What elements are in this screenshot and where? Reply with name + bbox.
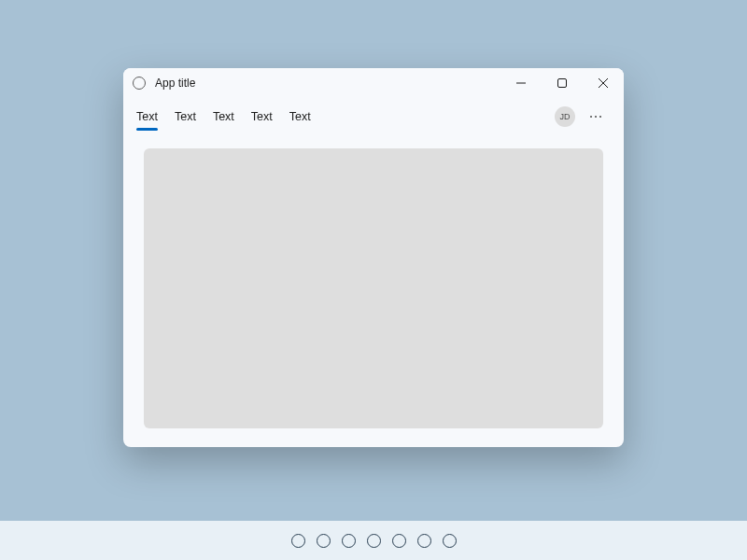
app-title: App title bbox=[155, 77, 500, 90]
titlebar: App title bbox=[123, 68, 624, 98]
taskbar-item-3[interactable] bbox=[367, 534, 381, 548]
maximize-icon bbox=[557, 78, 567, 88]
close-button[interactable] bbox=[583, 68, 624, 98]
tab-1[interactable]: Text bbox=[175, 105, 196, 129]
taskbar-item-5[interactable] bbox=[417, 534, 431, 548]
taskbar-item-1[interactable] bbox=[317, 534, 331, 548]
app-window: App title Text Text bbox=[123, 68, 624, 447]
taskbar-item-2[interactable] bbox=[342, 534, 356, 548]
app-icon bbox=[133, 77, 146, 90]
minimize-icon bbox=[516, 78, 526, 88]
maximize-button[interactable] bbox=[542, 68, 583, 98]
more-button[interactable] bbox=[586, 107, 605, 126]
content-placeholder bbox=[144, 148, 603, 428]
content-area bbox=[123, 135, 624, 447]
taskbar-item-0[interactable] bbox=[291, 534, 305, 548]
window-controls bbox=[500, 68, 624, 98]
user-avatar[interactable]: JD bbox=[555, 106, 575, 127]
tab-3[interactable]: Text bbox=[251, 105, 273, 129]
tab-0[interactable]: Text bbox=[136, 105, 158, 129]
tabbar: Text Text Text Text Text JD bbox=[123, 98, 624, 135]
taskbar-item-4[interactable] bbox=[392, 534, 406, 548]
more-icon bbox=[590, 116, 602, 119]
minimize-button[interactable] bbox=[500, 68, 542, 98]
taskbar-item-6[interactable] bbox=[443, 534, 457, 548]
close-icon bbox=[599, 78, 608, 88]
tab-2[interactable]: Text bbox=[213, 105, 234, 129]
taskbar bbox=[0, 521, 747, 560]
tabs: Text Text Text Text Text bbox=[136, 105, 555, 129]
svg-rect-1 bbox=[558, 79, 567, 88]
tab-4[interactable]: Text bbox=[289, 105, 311, 129]
